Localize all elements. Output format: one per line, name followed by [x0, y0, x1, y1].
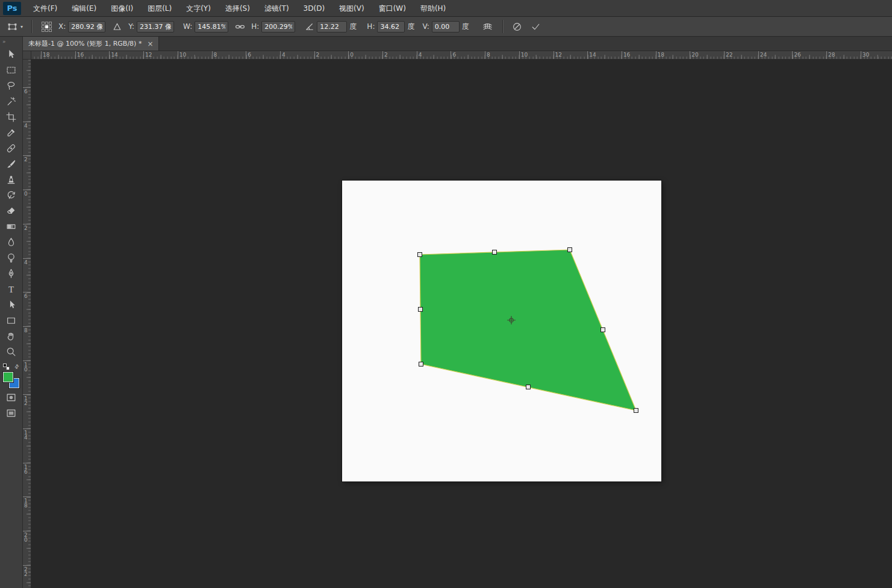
rectangular-marquee-tool[interactable]	[0, 62, 22, 78]
transform-handle[interactable]	[418, 253, 422, 257]
quick-selection-tool[interactable]	[0, 93, 22, 109]
ruler-label: 2 2	[24, 567, 28, 577]
history-brush-tool[interactable]	[0, 187, 22, 203]
menu-item-3[interactable]: 图层(L)	[140, 0, 179, 17]
tool-preset-button[interactable]: ▾	[6, 19, 24, 34]
transform-handle[interactable]	[419, 362, 423, 367]
swap-colors-icon[interactable]: ⇄	[13, 363, 20, 370]
zoom-tool[interactable]	[0, 344, 22, 359]
height-input[interactable]	[261, 21, 295, 32]
commit-transform-button[interactable]	[529, 19, 543, 34]
ruler-label: 0	[350, 52, 354, 58]
clone-stamp-tool[interactable]	[0, 172, 22, 187]
ruler-label: 4	[24, 123, 28, 128]
ruler-label: 8	[24, 328, 28, 333]
rotation-input[interactable]	[317, 21, 347, 32]
gradient-tool[interactable]	[0, 218, 22, 234]
reference-point-cell[interactable]	[49, 29, 52, 32]
tab-close-icon[interactable]: ×	[147, 40, 153, 48]
eraser-tool[interactable]	[0, 203, 22, 218]
horizontal-ruler[interactable]: 1816141210864202468101214161820222426283…	[23, 51, 892, 60]
menu-item-8[interactable]: 视图(V)	[332, 0, 372, 17]
hand-tool[interactable]	[0, 328, 22, 344]
rectangle-tool[interactable]	[0, 312, 22, 328]
spot-healing-brush-tool[interactable]	[0, 140, 22, 156]
toolbox-expand-button[interactable]: »	[0, 37, 22, 46]
menu-item-9[interactable]: 窗口(W)	[372, 0, 413, 17]
rotation-unit-label: 度	[349, 22, 357, 32]
menu-item-2[interactable]: 图像(I)	[104, 0, 140, 17]
ruler-major-tick	[519, 51, 520, 59]
ruler-major-tick	[75, 51, 76, 59]
type-tool[interactable]: T	[0, 281, 22, 297]
transform-handle[interactable]	[493, 250, 497, 255]
screen-mode-button[interactable]	[0, 405, 22, 421]
reference-point-cell[interactable]	[42, 29, 45, 32]
blur-tool[interactable]	[0, 234, 22, 250]
ruler-label: 6	[248, 52, 251, 58]
menu-item-6[interactable]: 滤镜(T)	[257, 0, 296, 17]
healing-icon	[6, 143, 16, 153]
move-tool[interactable]	[0, 46, 22, 62]
v-skew-input[interactable]	[432, 21, 460, 32]
brush-tool[interactable]	[0, 156, 22, 172]
ruler-major-tick	[690, 51, 690, 59]
y-input[interactable]	[137, 21, 174, 32]
reference-point-cell[interactable]	[49, 22, 52, 25]
ruler-label: 1 4	[24, 430, 28, 440]
warp-mode-toggle-button[interactable]	[481, 19, 495, 34]
crop-tool[interactable]	[0, 109, 22, 125]
foreground-color-swatch[interactable]	[3, 372, 13, 382]
reference-point-cell[interactable]	[49, 25, 52, 28]
v-skew-unit-label: 度	[462, 22, 469, 32]
reference-point-locator[interactable]	[42, 22, 52, 32]
menu-item-4[interactable]: 文字(Y)	[179, 0, 218, 17]
eyedropper-icon	[6, 128, 16, 138]
menu-item-7[interactable]: 3D(D)	[296, 0, 332, 17]
reference-point-cell[interactable]	[42, 25, 45, 28]
h-skew-input[interactable]	[377, 21, 405, 32]
ruler-major-tick	[23, 292, 31, 292]
transform-handle[interactable]	[634, 409, 638, 413]
lasso-tool[interactable]	[0, 78, 22, 93]
transform-handle[interactable]	[568, 248, 572, 252]
pen-tool[interactable]	[0, 265, 22, 281]
menu-item-5[interactable]: 选择(S)	[218, 0, 257, 17]
document-canvas[interactable]	[342, 181, 661, 481]
relative-positioning-button[interactable]	[110, 19, 124, 34]
link-icon	[235, 22, 245, 32]
transform-handle[interactable]	[526, 385, 531, 389]
ruler-label: 2	[24, 157, 28, 162]
reference-point-cell[interactable]	[45, 22, 48, 25]
height-label: H:	[251, 22, 259, 31]
ruler-major-tick	[861, 51, 861, 59]
cancel-transform-button[interactable]	[510, 19, 525, 34]
menu-item-0[interactable]: 文件(F)	[26, 0, 64, 17]
reference-point-cell[interactable]	[42, 22, 45, 25]
h-skew-label: H:	[367, 22, 375, 31]
shape-svg	[342, 181, 661, 481]
tab-bar: 未标题-1 @ 100% (矩形 1, RGB/8) * ×	[23, 37, 892, 51]
dodge-tool[interactable]	[0, 250, 22, 265]
pasteboard	[31, 60, 892, 588]
default-colors-icon[interactable]	[3, 364, 10, 370]
transform-handle[interactable]	[419, 308, 423, 312]
ruler-label: 16	[77, 52, 84, 58]
path-selection-tool[interactable]	[0, 297, 22, 312]
reference-point-cell[interactable]	[45, 29, 48, 32]
blur-icon	[6, 237, 16, 247]
ruler-label: 12	[145, 52, 152, 58]
ruler-major-tick	[23, 155, 31, 156]
eyedropper-tool[interactable]	[0, 125, 22, 140]
document-tab[interactable]: 未标题-1 @ 100% (矩形 1, RGB/8) * ×	[23, 37, 159, 51]
reference-point-cell[interactable]	[45, 25, 48, 28]
width-input[interactable]	[195, 21, 228, 32]
quick-mask-button[interactable]	[0, 389, 22, 405]
transform-handle[interactable]	[601, 328, 605, 332]
menu-item-1[interactable]: 编辑(E)	[64, 0, 104, 17]
maintain-aspect-ratio-button[interactable]	[232, 19, 247, 34]
menu-item-10[interactable]: 帮助(H)	[413, 0, 453, 17]
ruler-major-tick	[23, 326, 31, 327]
vertical-ruler[interactable]: 642024681 01 21 41 61 82 02 2	[23, 60, 31, 588]
x-input[interactable]	[68, 21, 105, 32]
